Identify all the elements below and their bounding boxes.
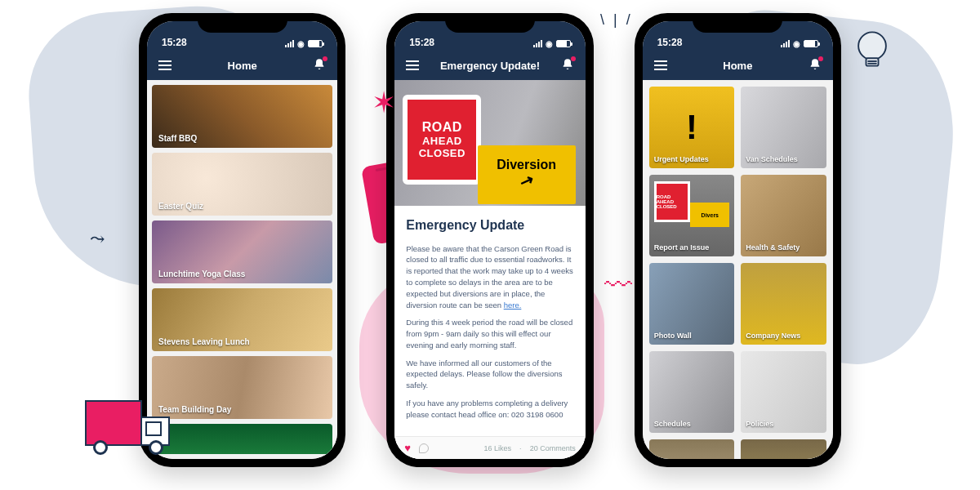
battery-icon (804, 40, 818, 47)
article-footer: ♥ 16 Likes · 20 Comments (394, 436, 585, 459)
page-title: Home (723, 60, 752, 72)
nav-bar: Home (643, 51, 833, 80)
notification-dot (323, 56, 327, 61)
feed-card[interactable]: Staff BBQ (152, 85, 332, 148)
page-title: Home (228, 60, 257, 72)
grid-tile-van-schedules[interactable]: Van Schedules (741, 87, 826, 168)
article-paragraph: Please be aware that the Carson Green Ro… (406, 243, 573, 311)
likes-count: 16 Likes (484, 444, 512, 452)
grid-tile[interactable] (649, 439, 735, 459)
card-label: Lunchtime Yoga Class (158, 270, 245, 278)
article-paragraph: We have informed all our customers of th… (406, 358, 573, 391)
phone-notch (198, 13, 287, 33)
feed-card[interactable]: Lunchtime Yoga Class (152, 220, 332, 283)
svg-point-0 (858, 32, 886, 60)
status-time: 15:28 (409, 37, 434, 48)
diversion-sign: Divers (690, 203, 729, 227)
truck-icon (85, 400, 142, 446)
notifications-icon[interactable] (808, 58, 822, 74)
card-label: Stevens Leaving Lunch (158, 337, 250, 346)
menu-icon[interactable] (406, 60, 419, 70)
like-icon[interactable]: ♥ (404, 442, 411, 454)
tile-label: Company News (746, 332, 800, 340)
card-label: Easter Quiz (158, 202, 203, 211)
article-heading: Emergency Update (406, 216, 573, 234)
notifications-icon[interactable] (561, 58, 574, 74)
comments-count: 20 Comments (530, 444, 576, 452)
page-title: Emergency Update! (440, 60, 540, 72)
tile-label: Report an Issue (654, 243, 710, 252)
star-doodle: ✶ (372, 86, 396, 120)
grid-tile-policies[interactable]: Policies (741, 351, 826, 433)
signal-icon (285, 40, 294, 47)
grid-tile-health-safety[interactable]: Health & Safety (741, 175, 826, 256)
exclamation-icon: ! (686, 108, 697, 147)
tile-label: Schedules (654, 420, 691, 428)
phone-mockup-grid: 15:28 ◉ Home ! Urgent Updates (635, 13, 841, 467)
menu-icon[interactable] (654, 60, 667, 70)
phone-notch (445, 13, 535, 33)
status-time: 15:28 (657, 37, 683, 48)
notifications-icon[interactable] (313, 58, 326, 74)
article-hero-image: ROAD AHEAD CLOSED Diversion ↙ (394, 80, 585, 206)
rays-doodle: \ | / (600, 11, 633, 29)
phone-mockup-feed: 15:28 ◉ Home Staff BBQ Easter Quiz Lunch… (139, 13, 345, 467)
tile-label: Health & Safety (746, 243, 800, 252)
nav-bar: Emergency Update! (394, 51, 585, 80)
here-link[interactable]: here. (504, 301, 522, 310)
article-paragraph: During this 4 week period the road will … (406, 317, 573, 350)
nav-bar: Home (147, 51, 337, 80)
signal-icon (533, 40, 542, 47)
phone-notch (693, 13, 782, 33)
tile-label: Urgent Updates (654, 155, 709, 163)
tile-label: Photo Wall (654, 332, 692, 340)
squiggle-doodle: ⤳ (90, 229, 105, 250)
lightbulb-icon (848, 24, 897, 77)
article-paragraph: If you have any problems completing a de… (406, 398, 573, 421)
signal-icon (781, 40, 790, 47)
feed-card[interactable]: Team Building Day (152, 356, 332, 419)
tile-label: Van Schedules (746, 155, 798, 163)
menu-icon[interactable] (158, 60, 172, 70)
grid-tile[interactable] (741, 439, 826, 459)
feed-card[interactable]: Stevens Leaving Lunch (152, 288, 332, 351)
feed-card[interactable]: Easter Quiz (152, 153, 332, 216)
grid-tile-schedules[interactable]: Schedules (649, 351, 735, 433)
road-closed-sign: ROAD AHEAD CLOSED (654, 181, 690, 222)
phone-mockup-article: 15:28 ◉ Emergency Update! (386, 13, 593, 467)
grid-tile-photo-wall[interactable]: Photo Wall (649, 263, 735, 345)
grid-tile-report-issue[interactable]: ROAD AHEAD CLOSED Divers Report an Issue (649, 175, 735, 256)
status-time: 15:28 (162, 37, 187, 48)
comment-icon[interactable] (419, 443, 429, 453)
feed-card[interactable] (152, 424, 332, 454)
squiggle-doodle: 〰 (604, 270, 632, 301)
wifi-icon: ◉ (546, 39, 553, 48)
grid-tile-company-news[interactable]: Company News (741, 263, 826, 345)
diversion-sign: Diversion ↙ (478, 145, 576, 204)
wifi-icon: ◉ (297, 39, 305, 48)
wifi-icon: ◉ (793, 39, 800, 48)
battery-icon (556, 40, 571, 47)
card-label: Staff BBQ (158, 134, 197, 143)
tile-label: Policies (746, 420, 773, 428)
grid-tile-urgent-updates[interactable]: ! Urgent Updates (649, 87, 735, 168)
card-label: Team Building Day (158, 405, 231, 414)
notification-dot (818, 56, 823, 61)
road-closed-sign: ROAD AHEAD CLOSED (403, 95, 481, 185)
notification-dot (571, 56, 576, 61)
battery-icon (308, 40, 323, 47)
article-body: Emergency Update Please be aware that th… (394, 206, 585, 436)
